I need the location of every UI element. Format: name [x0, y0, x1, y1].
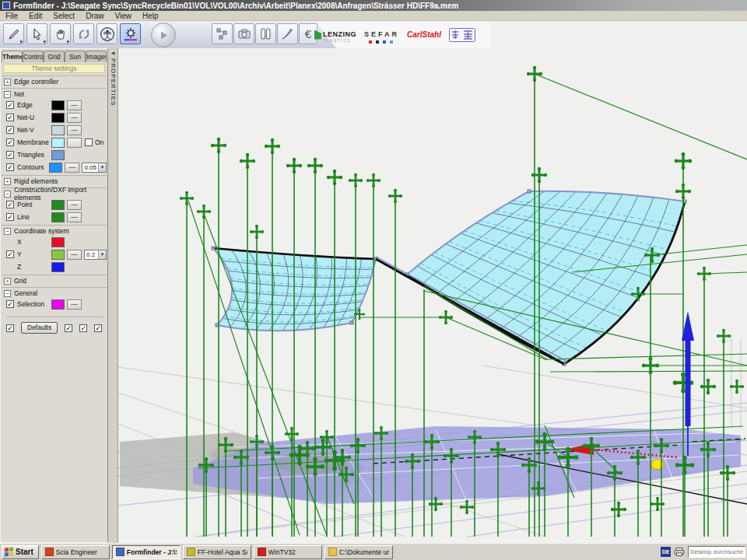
menu-item-draw[interactable]: Draw — [80, 12, 109, 20]
taskbar-task-wintv[interactable]: WinTV32 — [254, 545, 322, 559]
checkbox-triangles[interactable]: ✓ — [6, 151, 14, 159]
play-button[interactable] — [151, 23, 176, 47]
pan-hand-button[interactable]: ▾ — [50, 23, 71, 44]
checkbox-selection[interactable]: ✓ — [6, 300, 14, 308]
collapse-panel-icon[interactable]: ◀ — [111, 50, 115, 55]
menu-item-select[interactable]: Select — [47, 12, 80, 20]
line-style-button[interactable]: — — [67, 125, 82, 135]
color-swatch[interactable] — [51, 237, 65, 247]
tab-theme[interactable]: Theme — [2, 51, 23, 62]
collapse-icon[interactable]: − — [4, 191, 11, 198]
dropdown-arrow[interactable]: ▾ — [66, 39, 69, 45]
color-swatch[interactable] — [51, 212, 65, 222]
blank-button[interactable] — [67, 138, 82, 148]
defaults-checkbox-2[interactable]: ✓ — [79, 324, 87, 332]
dropdown-arrow[interactable]: ▾ — [43, 39, 46, 45]
taskbar-task-image[interactable]: FF-Hotel Aqua Screensh... — [183, 545, 251, 559]
section-header-net[interactable]: −Net — [2, 88, 107, 99]
sefar-logo: SEFAR — [364, 26, 399, 44]
defaults-checkbox-0[interactable]: ✓ — [6, 324, 14, 332]
line-style-button[interactable]: — — [67, 100, 82, 110]
camera-button[interactable] — [233, 23, 254, 44]
taskbar-task-formfinder[interactable]: Formfinder - J:\Seaga... — [112, 545, 181, 559]
section-header-rigid-elements[interactable]: +Rigid elements — [2, 175, 107, 186]
checkbox-point[interactable]: ✓ — [6, 201, 14, 208]
node-marker — [366, 173, 381, 187]
tab-images[interactable]: Images — [86, 51, 107, 62]
select-cursor-button[interactable]: ▾ — [26, 23, 47, 44]
nodes-button[interactable] — [212, 23, 233, 44]
section-header-grid[interactable]: +Grid — [2, 275, 107, 285]
line-style-button[interactable]: — — [67, 299, 82, 310]
tab-controls[interactable]: Controls — [23, 51, 44, 62]
node-marker — [439, 310, 453, 324]
theme-settings-button[interactable] — [120, 23, 141, 44]
defaults-checkbox-3[interactable]: ✓ — [94, 324, 102, 332]
line-style-button[interactable]: — — [67, 200, 82, 210]
start-button[interactable]: Start — [2, 545, 39, 559]
color-swatch[interactable] — [51, 100, 65, 110]
color-swatch[interactable] — [51, 200, 65, 210]
line-style-button[interactable]: — — [67, 212, 82, 222]
menu-item-help[interactable]: Help — [137, 12, 164, 20]
color-swatch[interactable] — [49, 163, 62, 173]
theme-sections: +Edge controller−Net✓Edge—✓Net-U—✓Net-V—… — [2, 75, 107, 310]
chevron-down-icon[interactable]: ▼ — [98, 250, 106, 259]
section-header-general[interactable]: −General — [2, 287, 107, 298]
desktop-search-input[interactable] — [688, 546, 745, 558]
checkbox-line[interactable]: ✓ — [6, 213, 14, 221]
checkbox-net-u[interactable]: ✓ — [6, 114, 14, 121]
columns-button[interactable] — [255, 23, 276, 44]
value-dropdown[interactable]: 0.2▼ — [84, 250, 107, 260]
color-swatch[interactable] — [51, 250, 65, 260]
color-swatch[interactable] — [51, 113, 65, 123]
vitruvian-button[interactable] — [96, 23, 117, 44]
properties-strip[interactable]: ◀ PROPERTIES — [108, 48, 117, 543]
color-swatch[interactable] — [51, 138, 65, 148]
collapse-icon[interactable]: − — [4, 228, 11, 235]
printer-icon[interactable] — [674, 548, 685, 556]
draw-pencil-button[interactable]: ▾ — [3, 23, 24, 44]
color-swatch[interactable] — [51, 125, 65, 135]
checkbox-y[interactable]: ✓ — [6, 250, 14, 258]
line-style-button[interactable]: — — [67, 250, 82, 260]
gear-icon — [124, 27, 138, 41]
taskbar-task-scia[interactable]: Scia Engineer — [41, 545, 110, 559]
orbit-button[interactable] — [73, 23, 94, 44]
expand-icon[interactable]: + — [4, 79, 11, 86]
menu-item-edit[interactable]: Edit — [23, 12, 47, 20]
color-swatch[interactable] — [51, 299, 65, 310]
tab-sun[interactable]: Sun — [65, 51, 86, 62]
menu-item-file[interactable]: File — [0, 12, 23, 20]
section-header-construction-dxf-import-elements[interactable]: −Construction/DXF import elements — [2, 187, 107, 198]
color-swatch[interactable] — [51, 150, 65, 160]
checkbox-edge[interactable]: ✓ — [6, 101, 14, 109]
checkbox-on[interactable]: ✓ — [85, 138, 93, 146]
color-swatch[interactable] — [51, 262, 65, 272]
brush-button[interactable] — [277, 23, 298, 44]
section-header-coordinate-system[interactable]: −Coordinate system — [2, 225, 107, 236]
tab-grid[interactable]: Grid — [44, 51, 65, 62]
cjk-brand-logo — [449, 28, 475, 42]
chevron-down-icon[interactable]: ▼ — [98, 163, 106, 172]
sefar-square — [376, 40, 379, 44]
collapse-icon[interactable]: − — [4, 290, 11, 297]
checkbox-contours[interactable]: ✓ — [6, 163, 14, 171]
section-header-edge-controller[interactable]: +Edge controller — [2, 75, 107, 86]
taskbar-task-folder[interactable]: C:\Dokumente und Einst... — [324, 545, 393, 559]
collapse-icon[interactable]: − — [4, 91, 11, 98]
titlebar[interactable]: Formfinder - J:\Seagate Sync\SyncRecycle… — [0, 0, 747, 11]
menu-item-view[interactable]: View — [110, 12, 138, 20]
checkbox-net-v[interactable]: ✓ — [6, 126, 14, 134]
expand-icon[interactable]: + — [4, 278, 11, 285]
language-indicator[interactable]: DE — [661, 547, 671, 557]
line-style-button[interactable]: — — [67, 113, 82, 123]
defaults-checkbox-1[interactable]: ✓ — [65, 324, 72, 332]
checkbox-membrane[interactable]: ✓ — [6, 138, 14, 146]
expand-icon[interactable]: + — [4, 178, 11, 185]
value-dropdown[interactable]: 0.05▼ — [82, 163, 107, 173]
defaults-button[interactable]: Defaults — [21, 322, 58, 334]
3d-viewport[interactable] — [118, 48, 747, 543]
line-style-button[interactable]: — — [65, 163, 79, 173]
dropdown-arrow[interactable]: ▾ — [19, 39, 23, 45]
